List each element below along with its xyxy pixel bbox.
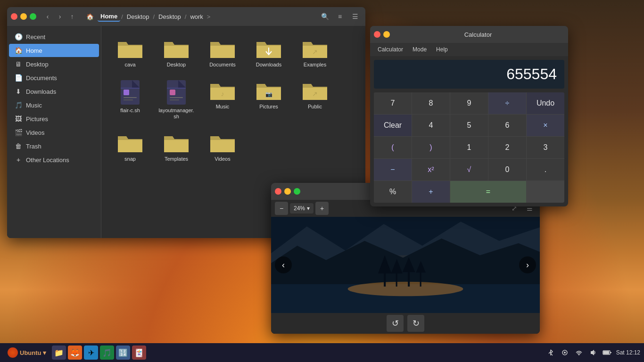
iv-zoom-value: 24% [294, 205, 305, 212]
iv-rotate-left-button[interactable]: ↺ [387, 315, 404, 332]
calc-menu-calculator[interactable]: Calculator [374, 45, 407, 54]
other-locations-icon: + [15, 156, 22, 164]
fm-menu-button[interactable]: ☰ [348, 10, 362, 23]
fm-search-button[interactable]: 🔍 [318, 10, 331, 23]
fm-path-home[interactable]: Home [98, 12, 120, 22]
file-item-documents[interactable]: Documents [201, 33, 244, 72]
file-item-layoutmanager[interactable]: layoutmanager.sh [155, 75, 198, 123]
svg-text:♪: ♪ [221, 90, 224, 98]
svg-point-35 [564, 352, 566, 354]
fm-path-work[interactable]: work [187, 12, 206, 21]
iv-prev-button[interactable]: ‹ [275, 256, 292, 273]
filemanager-close-button[interactable]: × [11, 13, 17, 20]
calc-btn-square[interactable]: x² [412, 159, 450, 181]
iv-zoom-in-button[interactable]: + [315, 202, 329, 215]
iv-rotate-right-button[interactable]: ↻ [407, 315, 424, 332]
file-item-public[interactable]: ↗ Public [294, 75, 336, 123]
file-item-music[interactable]: ♪ Music [201, 75, 244, 123]
file-item-snap[interactable]: snap [109, 128, 151, 166]
taskbar-solitaire-icon[interactable]: 🃏 [132, 346, 146, 360]
sidebar-item-pictures[interactable]: 🖼 Pictures [9, 112, 99, 125]
sidebar-item-downloads[interactable]: ⬇ Downloads [9, 85, 99, 98]
calc-btn-4[interactable]: 4 [412, 115, 450, 136]
file-item-pictures[interactable]: 📷 Pictures [248, 75, 290, 123]
imageviewer-maximize-button[interactable]: + [294, 188, 300, 195]
sidebar-item-recent[interactable]: 🕐 Recent [9, 30, 99, 43]
taskbar-telegram-icon[interactable]: ✈ [84, 346, 98, 360]
calc-btn-percent[interactable]: % [374, 181, 412, 203]
sidebar-item-other[interactable]: + Other Locations [9, 153, 99, 166]
calc-btn-2[interactable]: 2 [488, 137, 526, 158]
svg-text:📷: 📷 [265, 90, 272, 98]
calc-btn-divide[interactable]: ÷ [488, 92, 526, 114]
file-item-downloads[interactable]: Downloads [248, 33, 290, 72]
taskbar-firefox-icon[interactable]: 🦊 [68, 346, 82, 360]
sidebar-item-documents[interactable]: 📄 Documents [9, 71, 99, 84]
taskbar-calculator-icon[interactable]: 🔢 [116, 346, 130, 360]
downloads-icon: ⬇ [15, 88, 22, 95]
svg-rect-5 [124, 97, 137, 98]
calc-btn-decimal[interactable]: . [527, 159, 564, 181]
calc-btn-5[interactable]: 5 [450, 115, 488, 136]
fm-path-bar: 🏠 Home / Desktop / Desktop / work > [83, 12, 313, 22]
calc-btn-0[interactable]: 0 [488, 159, 526, 181]
iv-zoom-out-button[interactable]: − [275, 202, 288, 215]
sidebar-item-videos[interactable]: 🎬 Videos [9, 126, 99, 139]
calc-btn-subtract[interactable]: − [374, 159, 412, 181]
calc-btn-8[interactable]: 8 [412, 92, 450, 114]
fm-list-button[interactable]: ≡ [333, 10, 347, 23]
taskbar-volume-icon[interactable] [588, 347, 598, 358]
filemanager-maximize-button[interactable]: + [30, 13, 36, 20]
calc-btn-6[interactable]: 6 [488, 115, 526, 136]
file-item-templates[interactable]: Templates [155, 128, 198, 166]
ubuntu-logo-icon [8, 347, 18, 358]
taskbar-files-icon[interactable]: 📁 [52, 346, 66, 360]
sidebar-item-home[interactable]: 🏠 Home [9, 44, 99, 57]
sidebar-item-trash[interactable]: 🗑 Trash [9, 140, 99, 153]
calc-btn-open-paren[interactable]: ( [374, 137, 412, 158]
fm-up-button[interactable]: ↑ [66, 11, 78, 22]
calc-btn-9[interactable]: 9 [450, 92, 488, 114]
taskbar-battery-icon[interactable] [602, 347, 612, 358]
taskbar-bluetooth-icon[interactable] [545, 347, 556, 358]
fm-forward-button[interactable]: › [54, 11, 66, 22]
sidebar-label-trash: Trash [26, 143, 41, 150]
taskbar-ubuntu-menu[interactable]: Ubuntu ▾ [4, 346, 50, 360]
calc-btn-close-paren[interactable]: ) [412, 137, 450, 158]
calc-btn-add[interactable]: + [412, 181, 450, 203]
calculator-close-button[interactable]: × [374, 31, 380, 38]
file-item-flair[interactable]: flair-c.sh [109, 75, 151, 123]
file-item-examples[interactable]: ↗ Examples [294, 33, 336, 72]
file-item-desktop[interactable]: Desktop [155, 33, 198, 72]
calc-menu-help[interactable]: Help [432, 45, 452, 54]
calc-btn-undo[interactable]: Undo [527, 92, 564, 114]
iv-zoom-dropdown-icon: ▾ [307, 205, 310, 212]
fm-back-button[interactable]: ‹ [42, 11, 53, 22]
file-item-videos[interactable]: Videos [201, 128, 244, 166]
taskbar-time[interactable]: Sat 12:12 [616, 349, 640, 356]
calc-btn-multiply[interactable]: × [527, 115, 564, 136]
calculator-minimize-button[interactable]: − [383, 31, 390, 38]
sidebar-item-music[interactable]: 🎵 Music [9, 99, 99, 112]
calc-menu-mode[interactable]: Mode [409, 45, 430, 54]
sidebar-item-desktop[interactable]: 🖥 Desktop [9, 58, 99, 71]
file-item-cava[interactable]: cava [109, 33, 151, 72]
fm-path-desktop2[interactable]: Desktop [156, 12, 184, 21]
calc-btn-equals[interactable]: = [450, 181, 526, 203]
imageviewer-minimize-button[interactable]: − [284, 188, 291, 195]
taskbar-spotify-icon[interactable]: 🎵 [100, 346, 114, 360]
calc-btn-3[interactable]: 3 [527, 137, 564, 158]
filemanager-minimize-button[interactable]: − [20, 13, 27, 20]
iv-next-button[interactable]: › [519, 256, 536, 273]
calc-btn-1[interactable]: 1 [450, 137, 488, 158]
taskbar: Ubuntu ▾ 📁 🦊 ✈ 🎵 🔢 🃏 Sat 12:12 [0, 343, 644, 362]
taskbar-vpn-icon[interactable] [560, 347, 570, 358]
calc-btn-sqrt[interactable]: √ [450, 159, 488, 181]
fm-toolbar-right: 🔍 ≡ ☰ [318, 10, 362, 23]
calc-btn-7[interactable]: 7 [374, 92, 412, 114]
taskbar-wifi-icon[interactable] [574, 347, 584, 358]
imageviewer-close-button[interactable]: × [275, 188, 281, 195]
fm-path-desktop1[interactable]: Desktop [124, 12, 152, 21]
calc-btn-clear[interactable]: Clear [374, 115, 412, 136]
iv-zoom-display[interactable]: 24% ▾ [290, 203, 314, 214]
